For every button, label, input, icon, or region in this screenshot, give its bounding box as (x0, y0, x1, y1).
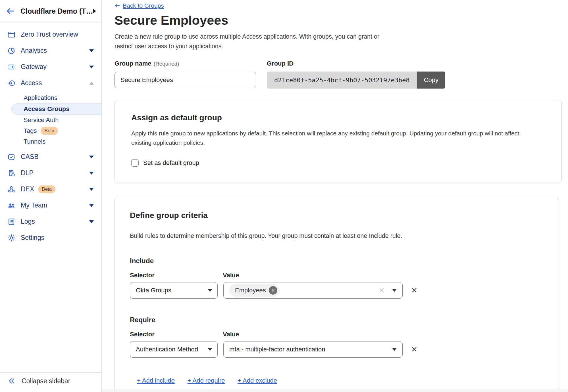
employees-chip: Employees ✕ (229, 284, 280, 297)
require-selector-dropdown[interactable]: Authentication Method (130, 341, 218, 358)
casb-check-icon (7, 153, 16, 161)
main-content: Back to Groups Secure Employees Create a… (102, 0, 568, 392)
sidebar-item-logs[interactable]: Logs (0, 213, 101, 230)
overview-window-icon (7, 30, 16, 39)
beta-badge: Beta (38, 185, 55, 193)
back-to-groups-label: Back to Groups (123, 2, 164, 9)
criteria-card-title: Define group criteria (130, 211, 544, 220)
require-column-labels: Selector Value (130, 330, 544, 338)
access-sub-menu: Applications Access Groups Service Auth … (0, 91, 101, 149)
dlp-document-lock-icon (7, 169, 16, 177)
require-value-text: mfa - multiple-factor authentication (229, 346, 325, 353)
account-title: Cloudflare Demo (T… (20, 7, 93, 15)
sidebar-item-casb[interactable]: CASB (0, 149, 101, 165)
group-name-id-row: Group name(Required) Group ID d21ce80f-5… (115, 60, 561, 89)
back-arrow-icon[interactable] (6, 7, 15, 16)
sidebar-item-label: My Team (21, 202, 47, 209)
sidebar-item-label: Access (21, 79, 42, 87)
require-value-label: Value (223, 330, 239, 338)
settings-gear-icon (7, 234, 16, 242)
analytics-pie-icon (7, 47, 16, 55)
chevron-up-icon[interactable] (89, 82, 94, 85)
sidebar-item-access[interactable]: Access (0, 75, 101, 91)
require-value-dropdown[interactable]: mfa - multiple-factor authentication (223, 341, 403, 358)
sidebar-item-access-groups[interactable]: Access Groups (11, 103, 101, 115)
default-group-card-title: Assign as default group (131, 113, 545, 122)
group-name-column: Group name(Required) (115, 60, 256, 89)
sidebar-item-applications[interactable]: Applications (0, 93, 101, 103)
sidebar-header: Cloudflare Demo (T… (0, 0, 101, 22)
sidebar-item-zero-trust-overview[interactable]: Zero Trust overview (0, 26, 101, 43)
default-group-checkbox-row: Set as default group (131, 159, 545, 167)
sidebar-item-label: Analytics (21, 47, 47, 54)
bottom-bar (102, 389, 568, 392)
group-name-input[interactable] (115, 72, 256, 88)
sidebar-item-label: Service Auth (24, 116, 59, 124)
chevron-down-icon (208, 289, 212, 292)
sidebar-item-dex[interactable]: DEX Beta (0, 181, 101, 197)
chevron-down-icon[interactable] (89, 49, 94, 52)
sidebar-item-label: CASB (21, 153, 39, 161)
default-group-card-description: Apply this rule group to new application… (131, 129, 538, 147)
remove-chip-icon[interactable]: ✕ (269, 286, 277, 295)
collapse-sidebar-label: Collapse sidebar (22, 377, 70, 385)
include-selector-label: Selector (130, 271, 223, 279)
add-require-link[interactable]: + Add require (188, 377, 225, 384)
chevron-down-icon[interactable] (89, 188, 94, 191)
clear-value-icon[interactable]: ✕ (378, 286, 385, 295)
include-selector-dropdown[interactable]: Okta Groups (130, 282, 218, 299)
sidebar-item-service-auth[interactable]: Service Auth (0, 115, 101, 125)
sidebar-item-dlp[interactable]: DLP (0, 165, 101, 181)
copy-button[interactable]: Copy (417, 72, 445, 89)
chevron-down-icon[interactable] (89, 156, 94, 158)
sidebar-item-label: DEX (21, 185, 34, 193)
my-team-people-icon (7, 201, 16, 210)
chevron-down-icon (392, 289, 397, 292)
chevron-down-icon[interactable] (89, 204, 94, 207)
sidebar: Cloudflare Demo (T… Zero Trust overview … (0, 0, 102, 392)
default-group-card: Assign as default group Apply this rule … (115, 100, 562, 182)
chevron-down-icon[interactable] (89, 66, 94, 68)
chevron-right-icon[interactable] (93, 9, 96, 13)
sidebar-item-label: Logs (21, 218, 35, 225)
page-title: Secure Employees (115, 13, 561, 28)
gateway-icon (7, 63, 16, 71)
back-to-groups-link[interactable]: Back to Groups (115, 2, 164, 9)
sidebar-item-label: Tunnels (24, 138, 45, 145)
add-include-link[interactable]: + Add include (137, 377, 175, 384)
group-id-column: Group ID d21ce80f-5a25-4bcf-9b07-5032197… (267, 60, 445, 89)
chevron-down-icon (208, 348, 212, 351)
sidebar-item-label: Settings (21, 234, 44, 242)
sidebar-nav: Zero Trust overview Analytics Gateway Ac… (0, 22, 101, 246)
sidebar-item-label: DLP (21, 169, 34, 177)
page-description: Create a new rule group to use across mu… (115, 32, 393, 51)
sidebar-item-label: Applications (24, 94, 57, 102)
group-id-value: d21ce80f-5a25-4bcf-9b07-5032197e3be8 (267, 72, 417, 89)
sidebar-item-my-team[interactable]: My Team (0, 197, 101, 213)
required-hint: (Required) (154, 61, 179, 67)
remove-include-rule-button[interactable]: ✕ (411, 286, 417, 295)
sidebar-item-analytics[interactable]: Analytics (0, 43, 101, 59)
set-default-checkbox-label: Set as default group (143, 159, 199, 167)
add-rule-links: + Add include + Add require + Add exclud… (130, 377, 544, 384)
require-selector-value: Authentication Method (136, 346, 198, 353)
access-login-icon (7, 79, 16, 87)
add-exclude-link[interactable]: + Add exclude (238, 377, 277, 384)
include-column-labels: Selector Value (130, 271, 544, 279)
sidebar-item-label: Tags (24, 127, 37, 135)
sidebar-item-tunnels[interactable]: Tunnels (0, 136, 101, 147)
sidebar-item-gateway[interactable]: Gateway (0, 59, 101, 75)
collapse-sidebar-button[interactable]: Collapse sidebar (0, 372, 101, 392)
chevron-down-icon[interactable] (89, 172, 94, 175)
include-value-combobox[interactable]: Employees ✕ ✕ (223, 282, 403, 299)
set-default-checkbox[interactable] (131, 159, 139, 167)
dex-network-icon (7, 185, 16, 194)
chevron-down-icon (392, 348, 397, 351)
sidebar-item-settings[interactable]: Settings (0, 230, 101, 246)
sidebar-item-tags[interactable]: Tags Beta (0, 125, 101, 136)
sidebar-item-label: Access Groups (24, 105, 69, 113)
logs-list-icon (7, 217, 16, 226)
criteria-card-description: Build rules to determine membership of t… (130, 231, 544, 241)
chevron-down-icon[interactable] (89, 220, 94, 223)
remove-require-rule-button[interactable]: ✕ (411, 345, 417, 354)
